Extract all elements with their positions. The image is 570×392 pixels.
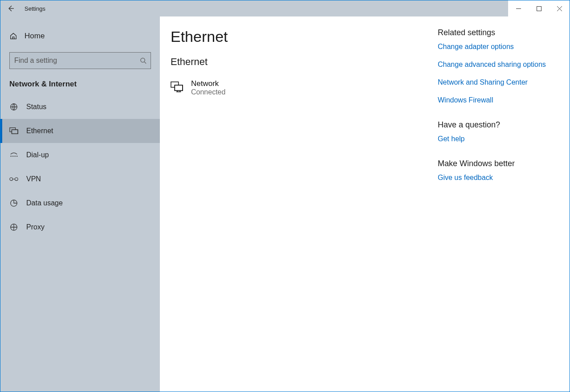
sidebar-item-label: Status [26,103,46,111]
search-input[interactable] [9,52,151,69]
sidebar-item-datausage[interactable]: Data usage [0,191,160,215]
sidebar-item-dialup[interactable]: Dial-up [0,143,160,167]
vpn-icon [9,176,18,182]
sidebar-item-label: Dial-up [26,151,49,159]
sidebar-item-label: Data usage [26,199,63,207]
network-item[interactable]: Network Connected [171,77,429,99]
minimize-icon [516,6,521,11]
maximize-icon [537,6,542,11]
close-button[interactable] [549,0,570,16]
titlebar: Settings [0,0,570,16]
main-content: Ethernet Ethernet Network Connected Rela… [160,16,570,392]
data-usage-icon [9,199,18,207]
page-title: Ethernet [171,28,429,45]
network-monitor-icon [171,79,183,93]
svg-point-8 [15,156,16,157]
sidebar-item-label: VPN [26,175,41,183]
svg-point-11 [15,178,18,181]
link-change-adapter[interactable]: Change adapter options [438,43,561,51]
search-icon [140,57,147,64]
window-title: Settings [21,5,45,12]
close-icon [557,6,562,11]
svg-point-6 [11,156,12,157]
proxy-icon [9,223,18,231]
back-button[interactable] [0,0,21,16]
svg-point-7 [12,156,13,157]
sidebar-item-proxy[interactable]: Proxy [0,215,160,239]
sidebar-section-header: Network & Internet [0,75,160,95]
svg-rect-4 [12,130,18,134]
home-nav[interactable]: Home [0,24,160,48]
svg-point-9 [16,156,17,157]
link-give-feedback[interactable]: Give us feedback [438,174,561,182]
sidebar-item-ethernet[interactable]: Ethernet [0,119,160,143]
svg-rect-15 [175,85,183,90]
sidebar-item-label: Ethernet [26,127,53,135]
section-title: Ethernet [171,56,429,68]
dialup-icon [9,152,18,158]
sidebar-item-status[interactable]: Status [0,95,160,119]
svg-point-1 [141,58,145,62]
feedback-title: Make Windows better [438,159,561,168]
network-name: Network [191,79,225,88]
home-label: Home [24,32,45,41]
network-status: Connected [191,88,225,96]
search-box[interactable] [9,52,151,69]
status-icon [9,103,18,111]
link-advanced-sharing[interactable]: Change advanced sharing options [438,61,561,69]
svg-rect-0 [537,6,541,11]
minimize-button[interactable] [508,0,529,16]
question-title: Have a question? [438,120,561,130]
link-windows-firewall[interactable]: Windows Firewall [438,96,561,104]
sidebar-item-vpn[interactable]: VPN [0,167,160,191]
window-controls [508,0,570,16]
svg-point-10 [10,178,13,181]
link-get-help[interactable]: Get help [438,135,561,143]
link-network-sharing-center[interactable]: Network and Sharing Center [438,78,561,86]
maximize-button[interactable] [529,0,549,16]
sidebar: Home Network & Internet Status Ethernet [0,16,160,392]
related-settings-title: Related settings [438,28,561,37]
home-icon [9,32,17,40]
back-arrow-icon [7,5,14,12]
ethernet-icon [9,127,18,135]
sidebar-item-label: Proxy [26,223,45,231]
